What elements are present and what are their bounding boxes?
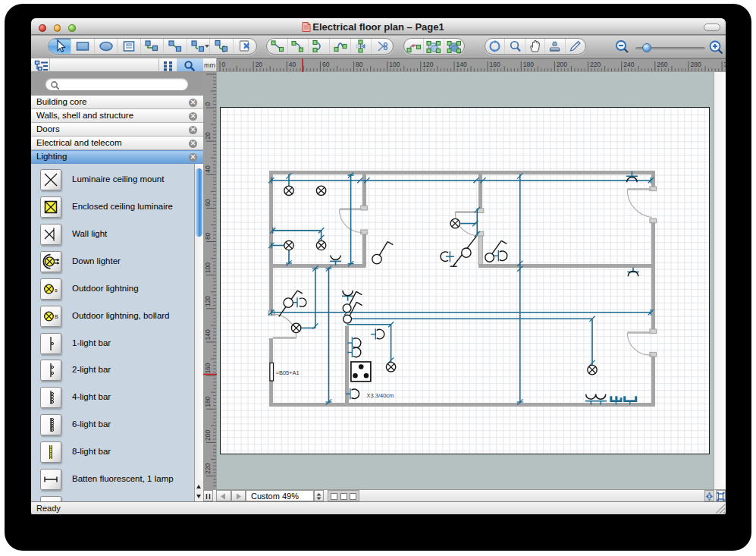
svg-text:B: B [55,314,58,319]
svg-text:240: 240 [623,61,634,68]
svg-text:X3.3/40cm: X3.3/40cm [367,392,394,399]
svg-text:140: 140 [456,61,466,68]
svg-text:220: 220 [204,463,212,474]
svg-text:0: 0 [204,102,212,106]
svg-text:220: 220 [590,61,601,68]
svg-text:40: 40 [204,165,212,173]
svg-text:280: 280 [690,61,701,68]
svg-text:200: 200 [557,61,567,68]
svg-text:160: 160 [490,61,500,68]
svg-text:160: 160 [204,363,212,373]
svg-text:60: 60 [322,61,330,68]
svg-text:80: 80 [356,61,363,68]
svg-text:120: 120 [204,296,212,306]
svg-text:0: 0 [222,61,226,68]
svg-text:260: 260 [657,61,667,68]
svg-text:140: 140 [204,329,212,340]
svg-text:s: s [55,286,58,293]
svg-text:60: 60 [204,199,212,206]
svg-text:100: 100 [204,262,212,273]
svg-text:300: 300 [724,61,726,68]
svg-text:180: 180 [204,396,212,407]
svg-text:80: 80 [204,232,212,240]
svg-text:20: 20 [204,132,212,140]
svg-text:=B05+A1: =B05+A1 [276,369,300,376]
svg-text:40: 40 [289,61,296,68]
svg-text:200: 200 [204,429,212,440]
svg-text:100: 100 [389,61,400,68]
svg-text:120: 120 [422,61,433,68]
svg-text:20: 20 [256,61,263,68]
svg-text:180: 180 [523,61,534,68]
